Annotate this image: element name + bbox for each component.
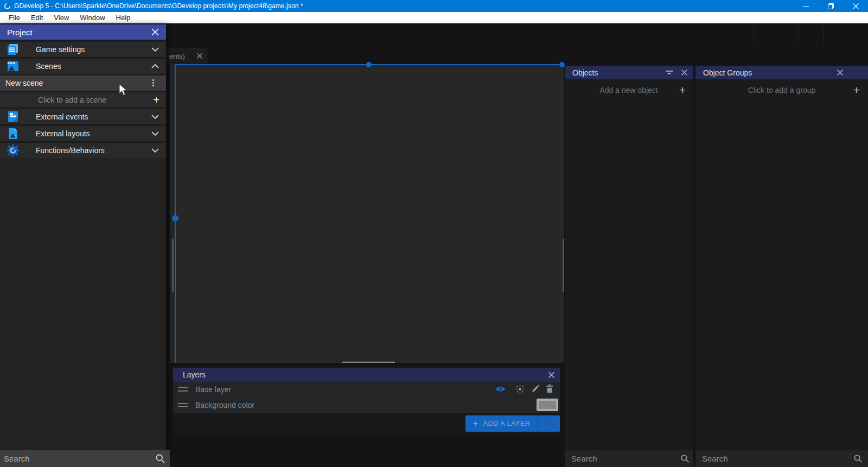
menu-help[interactable]: Help: [111, 14, 136, 22]
restore-button[interactable]: [818, 0, 843, 12]
close-project-icon[interactable]: [151, 28, 159, 36]
external-layouts-icon: [7, 127, 20, 142]
add-group-row[interactable]: Click to add a group +: [695, 82, 868, 98]
menu-edit[interactable]: Edit: [25, 14, 48, 22]
objects-panel-title: Objects: [572, 68, 598, 77]
search-icon: [853, 454, 863, 463]
add-layer-dropdown[interactable]: [538, 422, 560, 425]
gdevelop-logo-icon: [4, 3, 11, 10]
project-panel-header: Project: [0, 24, 166, 40]
scene-options-kebab-icon[interactable]: [152, 79, 154, 87]
plus-icon[interactable]: +: [679, 83, 686, 98]
plus-icon: +: [473, 418, 478, 429]
layer-effects-icon[interactable]: [515, 384, 525, 394]
objects-panel: Objects Add a new object +: [565, 66, 693, 467]
project-item-label: External layouts: [36, 129, 90, 138]
toolbar-separator: [799, 27, 799, 43]
layers-footer: + ADD A LAYER: [173, 413, 560, 434]
toolbar-separator: [824, 27, 824, 43]
tab-label: ents): [169, 52, 185, 60]
plus-icon[interactable]: +: [153, 94, 159, 106]
background-color-swatch[interactable]: [537, 399, 558, 411]
layer-name: Base layer: [195, 385, 231, 394]
drag-handle-icon[interactable]: [178, 403, 188, 409]
project-manager-panel: Project Game settings Scenes: [0, 24, 166, 450]
window-title: GDevelop 5 - C:\Users\Sparkle\OneDrive\D…: [14, 2, 303, 10]
plus-icon[interactable]: +: [853, 83, 860, 98]
project-item-label: External events: [36, 112, 88, 121]
scene-item-new-scene[interactable]: New scene: [0, 75, 166, 91]
menu-file[interactable]: File: [3, 14, 25, 22]
tab-scene-events[interactable]: ents): [166, 48, 207, 64]
edit-layer-pencil-icon[interactable]: [531, 384, 540, 393]
menu-bar: File Edit View Window Help: [0, 12, 868, 23]
add-object-label: Add a new object: [565, 86, 693, 94]
title-bar: GDevelop 5 - C:\Users\Sparkle\OneDrive\D…: [0, 0, 868, 12]
gdevelop-window: GDevelop 5 - C:\Users\Sparkle\OneDrive\D…: [0, 0, 868, 467]
groups-search-input[interactable]: [701, 453, 853, 464]
visibility-eye-icon[interactable]: [495, 386, 506, 393]
chevron-down-icon: [151, 131, 159, 136]
chevron-down-icon: [546, 422, 552, 425]
objects-search-bar: [565, 450, 693, 467]
layer-row-base[interactable]: Base layer: [173, 382, 560, 397]
chevron-up-icon: [151, 64, 159, 68]
close-tab-icon[interactable]: [197, 53, 202, 59]
left-scrollbar-thumb[interactable]: [172, 239, 174, 292]
object-groups-panel: Object Groups Click to add a group +: [695, 66, 868, 467]
selection-handle-left[interactable]: [172, 215, 178, 222]
objects-search-input[interactable]: [570, 453, 680, 464]
mouse-cursor: [119, 84, 128, 98]
project-search-bar: [0, 450, 170, 467]
close-objects-icon[interactable]: [681, 70, 687, 75]
project-item-scenes[interactable]: Scenes: [0, 59, 166, 74]
chevron-down-icon: [151, 148, 159, 153]
project-item-functions-behaviors[interactable]: Functions/Behaviors: [0, 143, 166, 158]
groups-search-bar: [695, 450, 868, 467]
dock-resize-handle[interactable]: [342, 362, 395, 363]
chevron-down-icon: [151, 47, 159, 52]
add-object-row[interactable]: Add a new object +: [565, 82, 693, 98]
project-item-external-layouts[interactable]: External layouts: [0, 126, 166, 141]
layer-name: Background color: [195, 401, 254, 409]
game-settings-icon: [7, 43, 20, 58]
delete-layer-trash-icon[interactable]: [546, 384, 553, 393]
close-window-button[interactable]: [843, 0, 868, 12]
menu-window[interactable]: Window: [74, 14, 110, 22]
search-icon: [155, 453, 165, 464]
add-scene-row[interactable]: Click to add a scene +: [0, 92, 166, 108]
project-search-input[interactable]: [3, 453, 155, 464]
drag-handle-icon[interactable]: [178, 387, 188, 394]
chevron-down-icon: [151, 115, 159, 119]
scenes-icon: [7, 60, 20, 75]
close-layers-icon[interactable]: [548, 372, 554, 378]
project-panel-title: Project: [7, 28, 33, 37]
add-layer-label: ADD A LAYER: [483, 420, 530, 427]
selection-handle-top-right[interactable]: [559, 62, 565, 67]
project-item-external-events[interactable]: External events: [0, 109, 166, 124]
layer-row-background[interactable]: Background color: [173, 397, 560, 413]
objects-panel-header: Objects: [565, 66, 693, 79]
add-layer-button[interactable]: + ADD A LAYER: [465, 415, 560, 432]
add-group-label: Click to add a group: [695, 86, 868, 94]
project-item-game-settings[interactable]: Game settings: [0, 42, 166, 57]
search-icon: [680, 454, 690, 463]
project-item-label: Scenes: [36, 62, 61, 71]
selection-handle-top[interactable]: [366, 62, 372, 67]
object-groups-panel-title: Object Groups: [703, 68, 752, 77]
functions-behaviors-icon: [7, 144, 20, 159]
layers-panel-header: Layers: [173, 368, 560, 382]
layers-panel-title: Layers: [183, 370, 206, 379]
close-object-groups-icon[interactable]: [837, 70, 843, 75]
scene-canvas[interactable]: [170, 64, 564, 363]
object-groups-panel-header: Object Groups: [695, 66, 868, 79]
minimize-button[interactable]: [793, 0, 818, 12]
layers-panel: Layers Base layer: [173, 368, 560, 434]
menu-view[interactable]: View: [48, 14, 74, 22]
project-item-label: Functions/Behaviors: [36, 146, 105, 155]
scene-name: New scene: [5, 79, 43, 87]
filter-icon[interactable]: [666, 71, 673, 75]
project-item-label: Game settings: [36, 45, 85, 54]
external-events-icon: [7, 110, 20, 125]
right-scrollbar-thumb[interactable]: [563, 239, 564, 292]
